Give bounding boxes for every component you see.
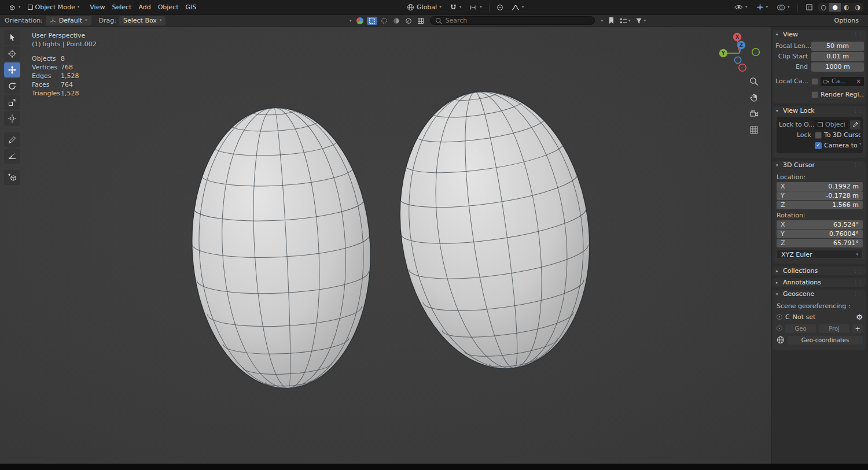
display-mode-dropdown[interactable]: ▾ [618,17,632,25]
gizmo-axis-neg-x[interactable] [739,64,746,72]
zoom-button[interactable] [749,76,759,87]
panel-view-header[interactable]: ▾ View ⋮⋮ [773,30,866,39]
panel-grip[interactable]: ⋮⋮ [853,291,863,297]
panel-grip[interactable]: ⋮⋮ [853,162,863,168]
cursor-location-x-field[interactable]: X0.1992 m [777,182,863,191]
shading-material-button[interactable]: ◐ [841,3,852,12]
menu-add[interactable]: Add [135,2,154,12]
rotate-tool[interactable] [4,79,20,94]
render-region-checkbox[interactable] [811,91,818,98]
gizmo-axis-neg-y[interactable] [752,49,760,56]
rotation-mode-dropdown[interactable]: XYZ Euler ▾ [777,250,863,259]
add-cube-tool[interactable] [4,170,20,185]
geo-button[interactable]: Geo [785,324,816,333]
drag-mode-dropdown[interactable]: Select Box ▾ [119,16,165,25]
clip-start-field[interactable]: 0.01 m [811,52,864,61]
panel-grip[interactable]: ⋮⋮ [853,268,863,273]
orientation-default-dropdown[interactable]: Default ▾ [46,16,91,25]
geo-proj-row: Geo Proj + [777,324,863,333]
panel-3d-cursor-header[interactable]: ▾ 3D Cursor ⋮⋮ [773,161,866,169]
shading-wireframe-button[interactable]: ○ [818,3,830,12]
panel-grip[interactable]: ⋮⋮ [853,108,863,113]
chevron-down-icon: ▾ [160,18,162,23]
select-box-icon [369,17,376,24]
viewport-3d[interactable]: User Perspective (1) lights | Point.002 … [0,27,771,464]
mode-ball-button[interactable] [355,17,365,25]
local-camera-field[interactable]: Ca... × [821,77,864,86]
local-camera-checkbox[interactable] [811,78,818,85]
menu-select[interactable]: Select [108,2,135,12]
cursor-rotation-y-field[interactable]: Y0.76004° [777,230,863,238]
gizmo-axis-neg-z[interactable] [734,57,741,63]
select-box-tool[interactable] [4,30,20,45]
grid-tool[interactable] [415,17,426,25]
shading-rendered-button[interactable]: ◑ [852,3,863,12]
panel-grip[interactable]: ⋮⋮ [853,32,863,37]
camera-view-button[interactable] [749,109,759,119]
mesh-object-a[interactable] [185,103,377,393]
search-scope-dropdown[interactable]: ▾ [599,18,605,23]
proportional-falloff-dropdown[interactable]: ▾ [508,3,528,12]
menu-object[interactable]: Object [155,2,182,12]
panel-annotations-header[interactable]: ▸ Annotations ⋮⋮ [773,278,866,287]
scale-tool[interactable] [4,95,20,110]
focal-length-field[interactable]: 50 mm [811,42,864,51]
to-3d-cursor-checkbox[interactable] [815,132,822,139]
proj-button[interactable]: Proj [819,324,849,333]
panel-grip[interactable]: ⋮⋮ [853,280,863,285]
cursor-rotation-x-field[interactable]: X63.524° [777,220,863,229]
measure-tool[interactable] [4,149,20,164]
crossed-circle-tool[interactable] [403,17,414,25]
clear-icon[interactable]: × [856,78,861,84]
cursor-location-y-field[interactable]: Y-0.1728 m [777,191,863,200]
visibility-dropdown[interactable]: ▾ [731,3,751,12]
annotate-tool[interactable] [4,132,20,147]
chevron-right-icon: ▸ [776,280,781,285]
stat-row: Triangles1,528 [32,89,97,98]
lock-to-object-field[interactable]: Object [815,120,848,129]
proportional-editing-toggle[interactable] [493,3,507,12]
tool-header-chevron[interactable]: ▾ [348,18,354,23]
mesh-object-b[interactable] [382,79,607,381]
panel-view-lock-header[interactable]: ▾ View Lock ⋮⋮ [773,106,866,115]
filter-dropdown[interactable]: ▾ [634,17,648,25]
mode-dropdown[interactable]: Object Mode ▾ [24,2,83,12]
gradient-ball-tool[interactable] [391,17,402,25]
transform-tool[interactable] [4,111,20,126]
active-select-box-tool[interactable] [367,17,377,25]
geo-coordinates-button[interactable]: Geo-coordinates [788,336,863,345]
menu-gis[interactable]: GIS [182,2,200,12]
xray-toggle[interactable] [802,2,816,12]
gear-icon[interactable]: ⚙ [856,313,863,321]
cursor-rotation-z-field[interactable]: Z65.791° [777,239,863,247]
select-circle-tool[interactable] [379,17,389,25]
cursor-location-z-field[interactable]: Z1.566 m [777,201,863,209]
snap-dropdown[interactable]: ▾ [446,2,465,12]
shading-solid-button[interactable]: ● [829,3,841,12]
viewport-nav-buttons [749,76,759,135]
3d-scene-canvas[interactable] [0,27,771,464]
menu-view[interactable]: View [86,2,108,12]
bookmark-button[interactable] [606,16,616,25]
toggle-ortho-button[interactable] [749,125,759,135]
cursor-tool[interactable] [4,46,20,61]
navigation-gizmo[interactable]: X Z Y [707,31,763,77]
transform-orientation-dropdown[interactable]: Global ▾ [403,2,445,12]
editor-type-button[interactable]: ▾ [5,2,24,13]
options-button[interactable]: Options [830,16,863,25]
gizmos-dropdown[interactable]: ▾ [753,2,772,12]
pan-button[interactable] [749,92,759,103]
search-box[interactable] [430,16,595,25]
snap-target-dropdown[interactable]: ▾ [466,3,486,12]
move-tool[interactable] [4,62,20,77]
clip-end-field[interactable]: 1000 m [811,62,864,72]
add-crs-button[interactable]: + [852,324,863,333]
overlays-dropdown[interactable]: ▾ [773,3,793,12]
chevron-down-icon: ▾ [522,5,524,9]
eyedropper-icon [852,121,859,128]
camera-to-view-checkbox[interactable]: ✓ [815,142,822,149]
panel-collections-header[interactable]: ▸ Collections ⋮⋮ [773,267,866,275]
panel-geoscene-header[interactable]: ▾ Geoscene ⋮⋮ [773,290,866,298]
eyedropper-button[interactable] [850,120,860,129]
search-input[interactable] [445,17,590,24]
